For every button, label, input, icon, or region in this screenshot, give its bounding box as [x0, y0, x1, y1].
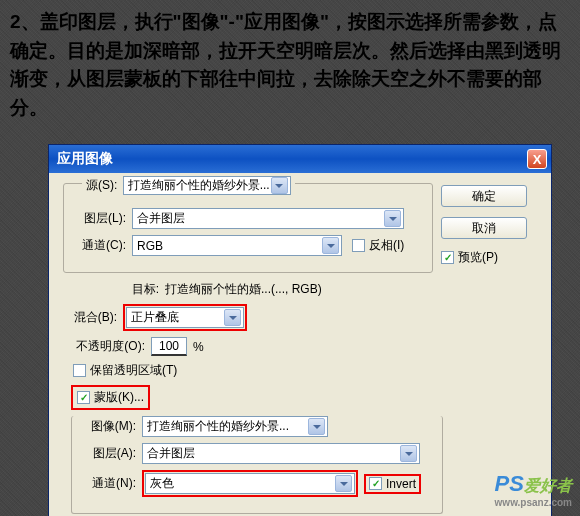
source-legend: 源(S): 打造绚丽个性的婚纱外景...: [82, 176, 295, 195]
opacity-unit: %: [193, 340, 204, 354]
chevron-down-icon: [400, 445, 417, 462]
mask-label: 蒙版(K)...: [94, 389, 144, 406]
instruction-text: 2、盖印图层，执行"图像"-"应用图像"，按图示选择所需参数，点确定。目的是加深…: [0, 0, 580, 122]
channel2-combo[interactable]: 灰色: [145, 473, 355, 494]
channel-combo[interactable]: RGB: [132, 235, 342, 256]
mask-highlight: 蒙版(K)...: [71, 385, 150, 410]
dialog-body: 源(S): 打造绚丽个性的婚纱外景... 图层(L): 合并图层 通道(C): …: [49, 173, 551, 516]
ok-button[interactable]: 确定: [441, 185, 527, 207]
dialog-title: 应用图像: [57, 150, 527, 168]
chevron-down-icon: [308, 418, 325, 435]
invert-checkbox-1[interactable]: [352, 239, 365, 252]
mask-fieldset: 图像(M): 打造绚丽个性的婚纱外景... 图层(A): 合并图层 通道(N):…: [71, 416, 443, 514]
right-column: 确定 取消 预览(P): [441, 185, 535, 266]
invert-checkbox-2[interactable]: [369, 477, 382, 490]
apply-image-dialog: 应用图像 X 源(S): 打造绚丽个性的婚纱外景... 图层(L): 合并图层 …: [48, 144, 552, 516]
layer-combo[interactable]: 合并图层: [132, 208, 404, 229]
opacity-label: 不透明度(O):: [63, 338, 151, 355]
blend-label: 混合(B):: [63, 309, 123, 326]
chevron-down-icon: [322, 237, 339, 254]
invert2-label: Invert: [386, 477, 416, 491]
invert2-highlight: Invert: [364, 474, 421, 494]
channel2-label: 通道(N):: [82, 475, 142, 492]
chevron-down-icon: [384, 210, 401, 227]
chevron-down-icon: [224, 309, 241, 326]
layer2-label: 图层(A):: [82, 445, 142, 462]
image-label: 图像(M):: [82, 418, 142, 435]
source-combo[interactable]: 打造绚丽个性的婚纱外景...: [123, 176, 291, 195]
target-value: 打造绚丽个性的婚...(..., RGB): [165, 281, 322, 298]
channel-label: 通道(C):: [74, 237, 132, 254]
cancel-button[interactable]: 取消: [441, 217, 527, 239]
blend-combo[interactable]: 正片叠底: [126, 307, 244, 328]
mask-checkbox[interactable]: [77, 391, 90, 404]
layer-label: 图层(L):: [74, 210, 132, 227]
chevron-down-icon: [271, 177, 288, 194]
channel2-highlight: 灰色: [142, 470, 358, 497]
preview-checkbox[interactable]: [441, 251, 454, 264]
preserve-trans-checkbox[interactable]: [73, 364, 86, 377]
source-fieldset: 源(S): 打造绚丽个性的婚纱外景... 图层(L): 合并图层 通道(C): …: [63, 183, 433, 273]
chevron-down-icon: [335, 475, 352, 492]
preview-label: 预览(P): [458, 249, 498, 266]
target-label: 目标:: [127, 281, 165, 298]
image-combo[interactable]: 打造绚丽个性的婚纱外景...: [142, 416, 328, 437]
blend-highlight: 正片叠底: [123, 304, 247, 331]
close-button[interactable]: X: [527, 149, 547, 169]
dialog-titlebar[interactable]: 应用图像 X: [49, 145, 551, 173]
preserve-trans-label: 保留透明区域(T): [90, 362, 177, 379]
watermark: PS爱好者 www.psanz.com: [495, 471, 572, 508]
layer2-combo[interactable]: 合并图层: [142, 443, 420, 464]
opacity-input[interactable]: [151, 337, 187, 356]
invert1-label: 反相(I): [369, 237, 404, 254]
